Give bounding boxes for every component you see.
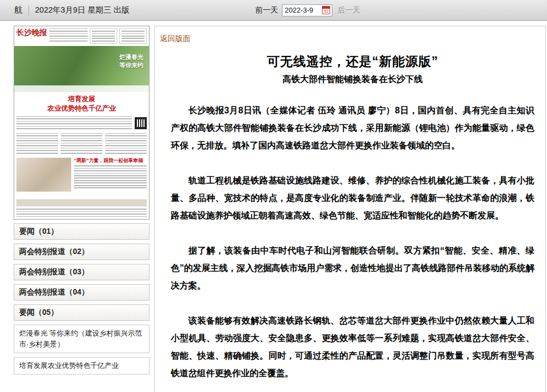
calendar-icon[interactable]: 31	[322, 6, 330, 14]
topbar: 航 2022年3月9日 星期三 出版 前一天 31 后一天	[0, 0, 547, 21]
section-item[interactable]: 两会特别报道（03）	[14, 264, 149, 280]
topbar-separator	[28, 5, 29, 15]
thumbnail-masthead-row: 长沙晚报	[14, 26, 149, 46]
thumbnail-text-lines	[16, 209, 147, 217]
thumbnail-photo-small	[16, 158, 71, 192]
back-to-page-link[interactable]: 返回版面	[160, 34, 191, 44]
section-item[interactable]: 要闻（01）	[14, 223, 149, 240]
prev-day-button[interactable]: 前一天	[255, 5, 278, 15]
thumbnail-columns	[14, 132, 149, 156]
thumbnail-photo-caption: 烂漫春光 等你来约	[119, 53, 143, 70]
thumbnail-text-lines	[16, 116, 132, 130]
thumbnail-text-lines	[16, 133, 58, 155]
section-item[interactable]: 两会特别报道（02）	[14, 244, 149, 260]
thumbnail-headline: 培育发展 农业优势特色千亿产业	[14, 92, 149, 114]
nav-partial-link[interactable]: 航	[14, 5, 22, 15]
thumbnail-footer	[14, 198, 149, 219]
thumbnail-text-lines	[61, 133, 102, 155]
article-title: 可无线遥控，还是“新能源版”	[171, 53, 534, 70]
section-list: 要闻（01） 两会特别报道（02） 两会特别报道（03） 两会特别报道（04） …	[14, 223, 149, 321]
main-article-pane: 返回版面 可无线遥控，还是“新能源版” 高铁大部件智能铺换装备在长沙下线 长沙晚…	[154, 26, 546, 392]
newspaper-masthead: 长沙晚报	[16, 28, 47, 37]
thumbnail-footer-bar	[16, 199, 147, 206]
article-body: 长沙晚报3月8日讯（全媒体记者 伍玲 通讯员 廖宁）8日，国内首创、具有完全自主…	[171, 102, 534, 392]
thumbnail-text-lines	[74, 165, 147, 188]
article-list: 烂漫春光 等你来约（建设乡村振兴示范市·乡村美景） 培育发展农业优势特色千亿产业	[14, 325, 149, 374]
article-list-item[interactable]: 烂漫春光 等你来约（建设乡村振兴示范市·乡村美景）	[14, 325, 149, 353]
section-item[interactable]: 要闻（05）	[14, 304, 149, 321]
calendar-icon-number: 31	[323, 9, 330, 14]
section-item[interactable]: 两会特别报道（04）	[14, 284, 149, 301]
front-page-thumbnail[interactable]: 长沙晚报 烂漫春光 等你来约 培育发展 农业优势特色千亿产业	[14, 26, 149, 220]
page-content: 长沙晚报 烂漫春光 等你来约 培育发展 农业优势特色千亿产业	[0, 21, 547, 392]
thumbnail-text-lines	[105, 133, 147, 155]
article-paragraph: 该装备能够有效解决高速铁路长钢轨、岔芯等道岔大部件更换作业中仍然依赖大量人工和小…	[171, 312, 534, 382]
sidebar: 长沙晚报 烂漫春光 等你来约 培育发展 农业优势特色千亿产业	[14, 26, 149, 374]
thumbnail-photo-strip	[14, 85, 149, 92]
thumbnail-sub-headline: “两新”力量，跟我一起创享幸福	[74, 158, 147, 164]
qr-code-icon	[135, 117, 147, 129]
thumbnail-middle-text: “两新”力量，跟我一起创享幸福	[74, 158, 147, 192]
article-paragraph: 长沙晚报3月8日讯（全媒体记者 伍玲 通讯员 廖宁）8日，国内首创、具有完全自主…	[171, 102, 534, 154]
thumbnail-news-box	[119, 28, 147, 44]
publish-date-label: 2022年3月9日 星期三 出版	[35, 5, 129, 15]
date-picker: 31	[282, 4, 332, 16]
thumbnail-news-box	[90, 28, 117, 44]
thumbnail-middle-row: “两新”力量，跟我一起创享幸福	[14, 156, 149, 193]
article-paragraph: 据了解，该装备由中车时代电子和山河智能联合研制。双方紧扣“智能、安全、精准、绿色…	[171, 242, 534, 295]
article-subtitle: 高铁大部件智能铺换装备在长沙下线	[171, 74, 534, 85]
article-list-item[interactable]: 培育发展农业优势特色千亿产业	[14, 357, 149, 374]
thumbnail-photo: 烂漫春光 等你来约	[14, 46, 149, 92]
next-day-button[interactable]: 后一天	[337, 5, 360, 15]
thumbnail-text-lines	[49, 28, 88, 43]
article-paragraph: 轨道工程机械是铁路基础设施线路建设、维修、养护的综合性机械化施工装备，具有小批量…	[171, 172, 534, 224]
date-navigation: 前一天 31 后一天	[255, 0, 360, 20]
article-area: 可无线遥控，还是“新能源版” 高铁大部件智能铺换装备在长沙下线 长沙晚报3月8日…	[171, 53, 534, 392]
date-input[interactable]	[285, 6, 322, 14]
thumbnail-intro-row	[14, 114, 149, 132]
